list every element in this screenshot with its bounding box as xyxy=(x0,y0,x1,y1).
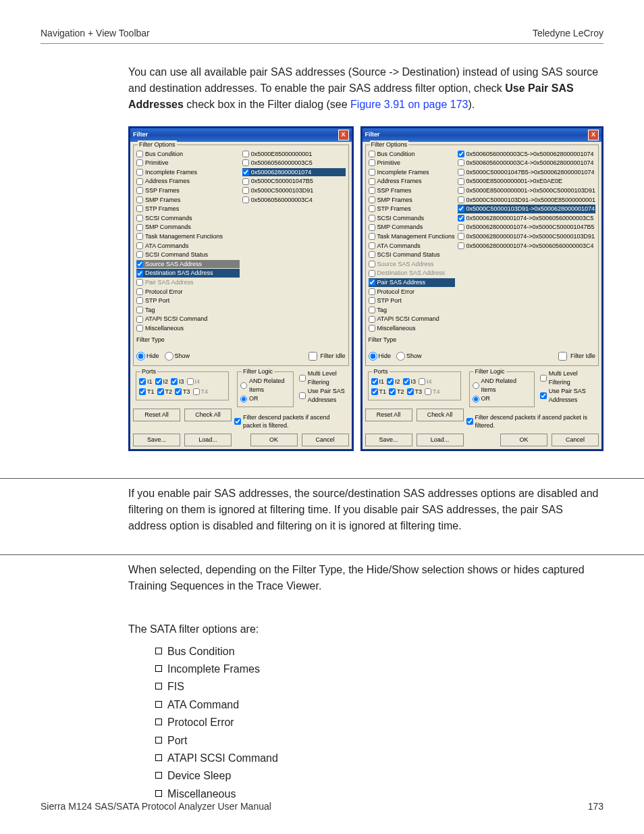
port-checkbox[interactable]: T3 xyxy=(175,388,190,396)
filter-option-item[interactable]: Incomplete Frames xyxy=(369,168,455,177)
filter-option-item[interactable]: SMP Frames xyxy=(369,196,455,205)
filter-option-item[interactable]: Address Frames xyxy=(369,177,455,186)
filter-option-item[interactable]: ATA Commands xyxy=(136,242,240,251)
filter-option-item[interactable]: ATAPI SCSI Command xyxy=(369,315,455,323)
check-all-button[interactable]: Check All xyxy=(417,409,464,421)
filter-option-item[interactable]: Destination SAS Address xyxy=(136,269,240,278)
address-item[interactable]: 0x5000C500001047B5->0x5000628000001074 xyxy=(458,168,595,177)
reset-all-button[interactable]: Reset All xyxy=(133,409,180,421)
port-checkbox[interactable]: T3 xyxy=(407,388,423,396)
filter-option-item[interactable]: ATAPI SCSI Command xyxy=(136,315,240,323)
filter-option-item[interactable]: SMP Commands xyxy=(136,223,240,232)
filter-descend-checkbox[interactable]: Filter descend packets if ascend packet … xyxy=(234,413,349,430)
port-checkbox[interactable]: I2 xyxy=(387,377,400,386)
address-item[interactable]: 0x5000628000001074 xyxy=(242,168,346,177)
filter-logic-and[interactable]: AND Related Items xyxy=(240,377,290,394)
filter-type-show[interactable]: Show xyxy=(396,352,422,361)
save-button[interactable]: Save... xyxy=(365,434,412,446)
filter-idle-checkbox[interactable]: Filter Idle xyxy=(306,350,346,363)
filter-type-show[interactable]: Show xyxy=(165,352,190,361)
filter-option-item[interactable]: STP Port xyxy=(369,296,455,305)
filter-descend-checkbox[interactable]: Filter descend packets if ascend packet … xyxy=(466,413,599,430)
filter-option-item[interactable]: Source SAS Address xyxy=(369,260,455,269)
address-item[interactable]: 0x50060560000003C5 xyxy=(242,159,346,167)
port-checkbox[interactable]: T4 xyxy=(425,388,440,396)
filter-option-item[interactable]: Bus Condition xyxy=(369,150,455,159)
filter-option-item[interactable]: SCSI Commands xyxy=(369,214,455,223)
address-item[interactable]: 0x50060560000003C5->0x5000628000001074 xyxy=(458,150,595,159)
filter-option-item[interactable]: Primitive xyxy=(136,159,240,167)
filter-option-item[interactable]: Destination SAS Address xyxy=(369,269,455,278)
filter-option-item[interactable]: STP Frames xyxy=(369,205,455,213)
filter-option-item[interactable]: Miscellaneous xyxy=(369,324,455,333)
filter-type-hide[interactable]: Hide xyxy=(369,352,392,361)
port-checkbox[interactable]: I1 xyxy=(139,377,153,386)
filter-logic-or[interactable]: OR xyxy=(473,394,531,403)
port-checkbox[interactable]: T1 xyxy=(371,388,387,396)
filter-option-item[interactable]: SMP Frames xyxy=(136,196,240,205)
filter-option-item[interactable]: Incomplete Frames xyxy=(136,168,240,177)
address-item[interactable]: 0x5000E85000000001->0x5000C50000103D91 xyxy=(458,186,595,195)
filter-option-item[interactable]: SSP Frames xyxy=(136,186,240,195)
check-all-button[interactable]: Check All xyxy=(184,409,232,421)
port-checkbox[interactable]: I3 xyxy=(171,377,184,386)
filter-option-item[interactable]: Tag xyxy=(369,306,455,315)
ok-button[interactable]: OK xyxy=(250,434,298,446)
port-checkbox[interactable]: I3 xyxy=(403,377,417,386)
address-item[interactable]: 0x5000C50000103D91->0x5000E85000000001 xyxy=(458,196,595,205)
port-checkbox[interactable]: I4 xyxy=(419,377,432,386)
reset-all-button[interactable]: Reset All xyxy=(365,409,412,421)
use-pair-sas-checkbox[interactable]: Use Pair SAS Addresses xyxy=(299,387,349,404)
multi-level-filtering-checkbox[interactable]: Multi Level Filtering xyxy=(540,369,599,386)
port-checkbox[interactable]: T2 xyxy=(389,388,404,396)
filter-option-item[interactable]: Pair SAS Address xyxy=(369,278,455,287)
close-icon[interactable]: X xyxy=(338,130,349,140)
filter-option-item[interactable]: STP Port xyxy=(136,296,240,305)
address-item[interactable]: 0x5000628000001074->0x50060560000003C5 xyxy=(458,214,595,223)
address-item[interactable]: 0x5000C50000103D91 xyxy=(242,186,346,195)
filter-option-item[interactable]: Task Management Functions xyxy=(369,232,455,241)
filter-option-item[interactable]: SCSI Command Status xyxy=(369,251,455,259)
filter-option-item[interactable]: Protocol Error xyxy=(369,288,455,296)
filter-option-item[interactable]: SSP Frames xyxy=(369,186,455,195)
filter-logic-or[interactable]: OR xyxy=(240,394,290,403)
port-checkbox[interactable]: I1 xyxy=(371,377,385,386)
filter-idle-checkbox[interactable]: Filter Idle xyxy=(556,350,595,363)
address-item[interactable]: 0x5000628000001074->0x50060560000003C4 xyxy=(458,242,595,251)
filter-option-item[interactable]: Source SAS Address xyxy=(136,260,240,269)
port-checkbox[interactable]: I2 xyxy=(155,377,169,386)
filter-option-item[interactable]: Task Management Functions xyxy=(136,232,240,241)
filter-option-item[interactable]: Miscellaneous xyxy=(136,324,240,333)
filter-option-item[interactable]: SCSI Commands xyxy=(136,214,240,223)
address-item[interactable]: 0x50060560000003C4->0x5000628000001074 xyxy=(458,159,595,167)
filter-option-item[interactable]: ATA Commands xyxy=(369,242,455,251)
port-checkbox[interactable]: T4 xyxy=(193,388,209,396)
filter-option-item[interactable]: STP Frames xyxy=(136,205,240,213)
filter-option-item[interactable]: Tag xyxy=(136,306,240,315)
filter-option-item[interactable]: SMP Commands xyxy=(369,223,455,232)
address-item[interactable]: 0x5000628000001074->0x5000C500001047B5 xyxy=(458,223,595,232)
load-button[interactable]: Load... xyxy=(417,434,464,446)
cancel-button[interactable]: Cancel xyxy=(552,434,599,446)
filter-option-item[interactable]: SCSI Command Status xyxy=(136,251,240,259)
port-checkbox[interactable]: I4 xyxy=(187,377,200,386)
close-icon[interactable]: X xyxy=(588,130,599,140)
save-button[interactable]: Save... xyxy=(133,434,180,446)
filter-option-item[interactable]: Pair SAS Address xyxy=(136,278,240,287)
filter-option-item[interactable]: Primitive xyxy=(369,159,455,167)
port-checkbox[interactable]: T2 xyxy=(157,388,173,396)
address-item[interactable]: 0x5000E85000000001 xyxy=(242,150,346,159)
cancel-button[interactable]: Cancel xyxy=(302,434,349,446)
filter-option-item[interactable]: Address Frames xyxy=(136,177,240,186)
address-item[interactable]: 0x5000C500001047B5 xyxy=(242,177,346,186)
address-item[interactable]: 0x5000628000001074->0x5000C50000103D91 xyxy=(458,232,595,241)
address-item[interactable]: 0x5000E85000000001->0xE0AE0E xyxy=(458,177,595,186)
load-button[interactable]: Load... xyxy=(184,434,232,446)
filter-option-item[interactable]: Bus Condition xyxy=(136,150,240,159)
address-item[interactable]: 0x5000C50000103D91->0x5000628000001074 xyxy=(458,205,595,213)
multi-level-filtering-checkbox[interactable]: Multi Level Filtering xyxy=(299,369,349,386)
filter-type-hide[interactable]: Hide xyxy=(136,352,159,361)
use-pair-sas-checkbox[interactable]: Use Pair SAS Addresses xyxy=(540,387,599,404)
ok-button[interactable]: OK xyxy=(500,434,547,446)
filter-option-item[interactable]: Protocol Error xyxy=(136,288,240,296)
